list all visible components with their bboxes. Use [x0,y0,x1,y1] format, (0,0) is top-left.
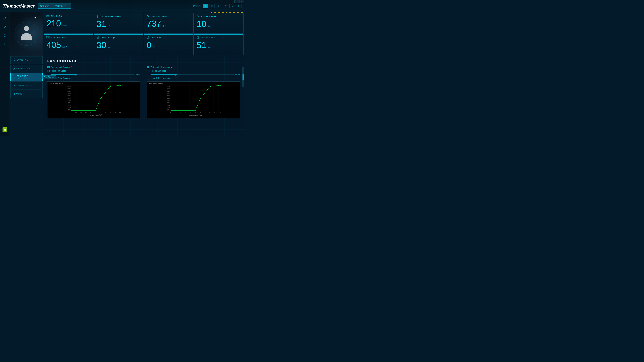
fan2-slider-thumb[interactable] [175,73,177,76]
power-usage-value: 10 [197,19,206,28]
stat-header-fan-speed: FAN SPEED (%) [96,36,141,39]
gpu-temp-value: 31 [96,19,106,28]
fan2-auto-checkbox[interactable] [147,66,150,68]
gpu-usage-icon [146,36,149,39]
fan2-slider-value: 30 % [235,73,240,76]
settings-label: SETTINGS [16,59,28,61]
memory-clock-value-row: 405 MHz [46,40,91,49]
memory-usage-icon [197,36,200,39]
power-icon: ⏻ [3,16,6,20]
svg-text:20: 20 [180,112,182,113]
minimize-button[interactable]: — [234,0,239,3]
fan1-fixed-checkbox[interactable] [47,70,50,72]
memory-usage-value-row: 51 % [197,41,241,49]
nav-tab-settings[interactable]: ⚙ SETTINGS [10,56,42,64]
power-usage-label: POWER USAGE [201,15,217,17]
svg-text:1760: 1760 [167,104,170,106]
nav-tab-lighting[interactable]: ⚙ LIGHTING [10,81,42,89]
sidebar-item-refresh[interactable]: ↺ [2,23,8,30]
core-voltage-value: 737 [146,19,161,28]
gpu-clock-label: GPU CLOCK [51,15,64,17]
svg-point-33 [98,36,98,37]
nav-tab-overclock[interactable]: ⚙ OVERCLOCK [10,65,42,73]
svg-point-32 [98,37,98,38]
gpu-clock-icon [46,14,50,17]
fan2-options: Auto (default fan curve) Fixed Fan Speed… [147,66,240,79]
fan2-user-checkbox[interactable] [147,77,150,79]
memory-clock-label: MEMORY CLOCK [51,36,68,38]
profile-button-1[interactable]: 1 [202,4,208,8]
svg-point-100 [219,85,221,86]
svg-point-99 [210,85,211,87]
svg-text:3600: 3600 [167,85,170,87]
gpu-usage-value-row: 0 % [146,41,191,49]
svg-text:2450: 2450 [68,97,70,99]
close-button[interactable]: ✕ [240,0,244,3]
avatar-icon [20,25,33,43]
sidebar-item-info[interactable]: ℹ [2,41,8,48]
gpu-name: GeForce RTX™ 3090 [40,5,62,7]
fan2-slider-track[interactable] [151,74,234,75]
fan1-slider-fill [51,74,76,75]
gpu-temp-label: GPU TEMPERATURE [100,15,121,17]
fan-speed-icon [96,36,99,39]
memory-clock-unit: MHz [62,45,67,48]
svg-rect-16 [98,15,98,16]
svg-text:1990: 1990 [167,102,170,104]
voltage-icon [146,14,150,18]
gpu-selector[interactable]: GeForce RTX™ 3090 ▼ [38,3,71,8]
sidebar-item-power[interactable]: ⏻ [2,15,8,21]
svg-text:1300: 1300 [167,109,170,111]
fan-chart-1: Fan Speed. (RPM) 1300 1530 1760 1990 [47,81,140,118]
section-title: FAN CONTROL [47,59,240,63]
lighting-icon: ⚙ [12,84,15,87]
add-photo-icon[interactable]: + [34,15,36,20]
svg-text:80: 80 [210,112,211,113]
profile-button-5[interactable]: 5 [230,4,235,8]
fan1-slider-value: 30 % [135,73,140,76]
nav-tab-other[interactable]: ⊞ OTHER [10,90,42,98]
fan-duty-tooltip: Fan Control [42,75,56,79]
lighting-label: LIGHTING [16,84,27,87]
svg-text:70: 70 [204,112,206,113]
fan1-fixed-label: Fixed Fan Speed [51,70,66,72]
svg-text:2450: 2450 [167,97,170,99]
stat-header-memory-usage: MEMORY USAGE [197,36,241,39]
refresh-icon: ↺ [4,25,6,29]
svg-rect-21 [48,37,48,38]
sidebar-item-3d[interactable]: ⬡ [2,32,8,39]
svg-point-98 [200,98,201,99]
stat-header-gpu-temp: GPU TEMPERATURE [96,14,141,18]
fan1-slider-row: 30 % [51,73,140,76]
stat-card-gpu-usage: GPU USAGE 0 % [144,34,194,55]
other-label: OTHER [16,93,24,95]
svg-text:60: 60 [100,112,102,113]
profile-label: Profile [193,5,200,7]
fan1-auto-checkbox[interactable] [47,66,50,68]
fan1-slider-track[interactable] [51,74,134,75]
fan-chart-2-svg: 1300 1530 1760 1990 2220 2450 2680 2910 … [148,82,239,117]
fan2-fixed-checkbox[interactable] [147,70,150,72]
sidebar-item-nvidia[interactable]: N [2,126,8,133]
svg-rect-73 [171,84,220,111]
profile-button-3[interactable]: 3 [216,4,221,8]
svg-text:2680: 2680 [68,95,70,97]
profile-button-2[interactable]: 2 [209,4,215,8]
logo-thunder: Thunder [3,3,20,8]
fan2-slider-fill [151,74,176,75]
svg-text:1530: 1530 [68,107,70,108]
other-icon: ⊞ [12,92,15,95]
profile-button-6[interactable]: 6 [236,4,242,8]
scroll-indicator[interactable] [242,67,244,87]
nav-tab-fan-duty[interactable]: FAN DUTY Fan Control Fan Control [10,73,42,81]
svg-text:3140: 3140 [167,90,170,92]
svg-text:90: 90 [214,112,216,113]
stat-header-gpu-clock: GPU CLOCK [46,14,91,17]
fan1-slider-thumb[interactable] [75,73,77,76]
profile-button-4[interactable]: 4 [223,4,228,8]
gpu-usage-unit: % [153,46,155,49]
nav-tabs: ⚙ SETTINGS ⚙ OVERCLOCK FAN DUTY Fan Cont… [10,56,43,136]
memory-usage-value: 51 [197,41,206,49]
fan-panel-2: Auto (default fan curve) Fixed Fan Speed… [147,66,240,118]
svg-text:10: 10 [175,112,176,113]
